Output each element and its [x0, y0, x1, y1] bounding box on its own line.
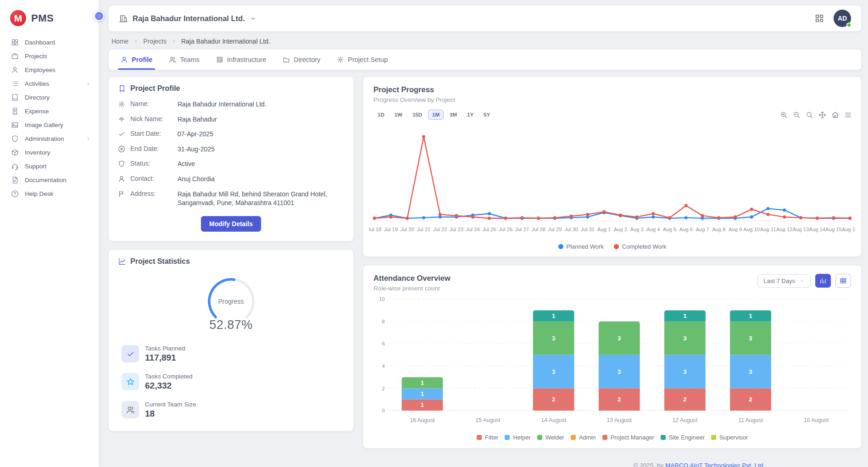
svg-text:Jul 22: Jul 22	[433, 227, 447, 232]
range-5y-button[interactable]: 5Y	[479, 110, 494, 120]
field-value: 07-Apr-2025	[178, 130, 213, 139]
shield-icon	[118, 160, 125, 167]
breadcrumb-home[interactable]: Home	[111, 38, 128, 45]
sidebar-item-administration[interactable]: Administration	[0, 132, 99, 145]
company-selector[interactable]: Raja Bahadur International Ltd.	[119, 14, 256, 23]
svg-text:2: 2	[683, 396, 686, 403]
legend-item[interactable]: Completed Work	[614, 243, 667, 250]
sidebar-item-support[interactable]: Support	[0, 159, 99, 173]
range-1y-button[interactable]: 1Y	[463, 110, 478, 120]
sidebar-item-projects[interactable]: Projects	[0, 49, 99, 63]
project-profile-card: Project Profile Name: Raja Bahadur Inter…	[109, 77, 353, 241]
profile-field-contact: Contact: Anuj Chordia	[118, 175, 344, 184]
sidebar-item-employees[interactable]: Employees	[0, 63, 99, 77]
field-label: Name:	[130, 100, 172, 107]
svg-text:Aug 4: Aug 4	[646, 227, 660, 232]
bar-view-toggle[interactable]	[815, 274, 831, 288]
sidebar-item-activities[interactable]: Activities	[0, 77, 99, 90]
svg-text:Aug 1: Aug 1	[597, 227, 611, 232]
range-1m-button[interactable]: 1M	[428, 110, 444, 120]
field-value: Active	[178, 160, 195, 169]
field-value: Raja Bahadur International Ltd.	[178, 100, 267, 109]
chevron-right-icon	[171, 38, 177, 44]
apps-grid-icon[interactable]	[814, 13, 824, 23]
legend-label: Welder	[545, 434, 564, 441]
zoom-in-icon[interactable]	[780, 111, 788, 119]
pan-icon[interactable]	[818, 111, 826, 119]
menu-icon[interactable]	[844, 111, 852, 119]
chart-subtitle: Progress Overview by Project	[373, 96, 455, 103]
legend-label: Admin	[579, 434, 596, 441]
check-icon	[122, 345, 139, 362]
svg-text:3: 3	[749, 368, 752, 375]
sidebar-item-label: Image Gallery	[25, 122, 91, 128]
company-name: Raja Bahadur International Ltd.	[133, 14, 245, 23]
selection-zoom-icon[interactable]	[806, 111, 813, 119]
sidebar-item-expense[interactable]: Expense	[0, 104, 99, 118]
tabs-bar: Profile Teams Infrastructure Directory P…	[109, 50, 861, 70]
legend-item[interactable]: Project Manager	[602, 434, 654, 441]
svg-text:15 August: 15 August	[475, 417, 501, 423]
chart-title: Project Progress	[373, 85, 455, 94]
tab-infrastructure[interactable]: Infrastructure	[209, 50, 273, 70]
table-view-toggle[interactable]	[835, 274, 851, 288]
profile-field-start-date: Start Date: 07-Apr-2025	[118, 130, 344, 139]
tab-profile[interactable]: Profile	[113, 50, 160, 70]
image-gallery-icon	[11, 121, 19, 129]
legend-item[interactable]: Welder	[537, 434, 564, 441]
sidebar-item-label: Inventory	[25, 149, 91, 156]
reset-home-icon[interactable]	[831, 111, 839, 119]
attendance-overview-card: Attendance Overview Role-wise present co…	[363, 266, 861, 448]
zoom-out-icon[interactable]	[793, 111, 801, 119]
svg-text:3: 3	[618, 368, 621, 375]
tab-label: Profile	[132, 56, 152, 63]
table-grid-icon	[840, 277, 847, 284]
app-logo[interactable]: M PMS	[0, 6, 99, 35]
svg-text:3: 3	[749, 335, 752, 342]
date-range-value: Last 7 Days	[763, 278, 795, 284]
breadcrumb-projects[interactable]: Projects	[143, 38, 167, 45]
legend-item[interactable]: Helper	[505, 434, 530, 441]
employees-icon	[11, 66, 19, 74]
profile-field-status: Status: Active	[118, 160, 344, 169]
legend-item[interactable]: Site Engineer	[661, 434, 705, 441]
chart-title: Attendance Overview	[373, 274, 451, 283]
footer-link[interactable]: MARCO AIoT Technologies Pvt. Ltd.	[665, 462, 765, 467]
sidebar-item-label: Expense	[25, 108, 91, 115]
legend-marker	[661, 435, 666, 440]
sidebar-item-help-desk[interactable]: Help Desk	[0, 187, 99, 200]
sidebar-item-dashboard[interactable]: Dashboard	[0, 35, 99, 49]
field-label: Start Date:	[130, 130, 172, 137]
sidebar-item-directory[interactable]: Directory	[0, 90, 99, 104]
legend-item[interactable]: Admin	[571, 434, 596, 441]
legend-item[interactable]: Planned Work	[558, 243, 604, 250]
sidebar-item-documentation[interactable]: Documentation	[0, 173, 99, 187]
legend-item[interactable]: Fitter	[477, 434, 499, 441]
date-range-select[interactable]: Last 7 Days	[757, 274, 811, 288]
svg-text:Jul 18: Jul 18	[369, 227, 381, 232]
avatar[interactable]: AD	[834, 10, 851, 27]
modify-details-button[interactable]: Modify Details	[201, 216, 261, 232]
range-3m-button[interactable]: 3M	[445, 110, 461, 120]
stat-value: 117,891	[145, 353, 185, 363]
sidebar-item-image-gallery[interactable]: Image Gallery	[0, 118, 99, 132]
svg-text:12 August: 12 August	[673, 417, 698, 423]
svg-text:11 August: 11 August	[738, 417, 763, 423]
tab-project-setup[interactable]: Project Setup	[329, 50, 395, 70]
tab-teams[interactable]: Teams	[161, 50, 207, 70]
sidebar: M PMS Dashboard Projects Employees Activ…	[0, 0, 99, 467]
sidebar-item-inventory[interactable]: Inventory	[0, 145, 99, 159]
legend-marker	[602, 435, 607, 440]
range-15d-button[interactable]: 15D	[408, 110, 426, 120]
svg-text:1: 1	[552, 312, 555, 319]
svg-text:16 August: 16 August	[410, 417, 435, 423]
tab-directory[interactable]: Directory	[275, 50, 328, 70]
range-1d-button[interactable]: 1D	[373, 110, 389, 120]
svg-text:Jul 21: Jul 21	[417, 227, 431, 232]
field-label: Nick Name:	[130, 115, 172, 122]
legend-item[interactable]: Supervisor	[711, 434, 748, 441]
sidebar-collapse-button[interactable]	[94, 11, 104, 21]
gauge-label: Progress	[201, 298, 262, 305]
gear-icon	[118, 100, 125, 108]
range-1w-button[interactable]: 1W	[390, 110, 406, 120]
